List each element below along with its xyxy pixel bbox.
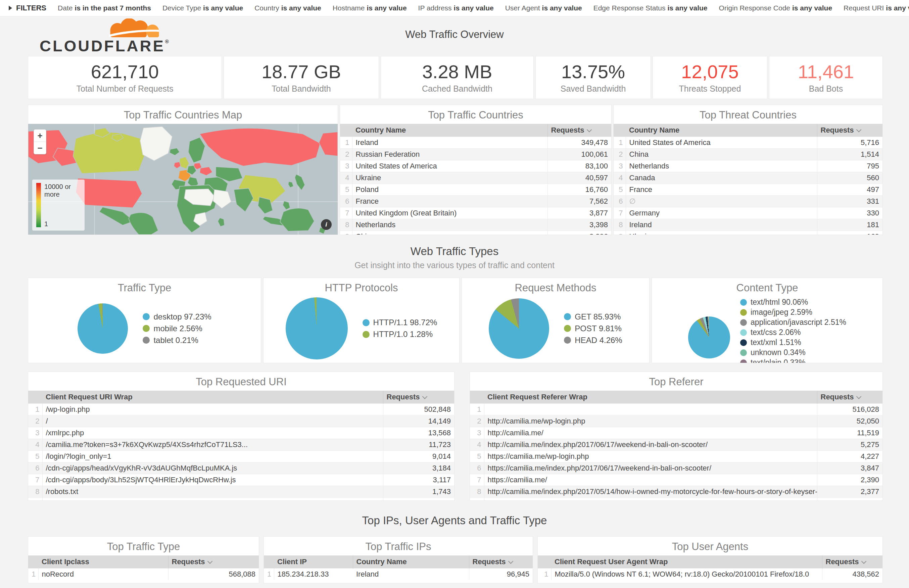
cell-requests: 1,514 xyxy=(817,149,883,160)
legend-item: application/javascript 2.51% xyxy=(740,318,846,327)
filter-item[interactable]: IP addressis any value xyxy=(418,4,494,12)
filter-item[interactable]: Dateis in the past 7 months xyxy=(58,4,151,12)
legend-item: desktop 97.23% xyxy=(143,312,211,321)
cell-referer: http://camilia.me/ xyxy=(484,427,817,439)
cell-requests: 502,848 xyxy=(383,404,454,415)
legend-swatch-icon xyxy=(740,339,747,346)
card-title: Content Type xyxy=(652,278,883,297)
traffic-type-pie-chart xyxy=(77,304,128,354)
legend-label: text/css 2.06% xyxy=(751,328,801,337)
top-traffic-ips-card: Top Traffic IPs Client IPCountry NameReq… xyxy=(263,536,533,583)
legend-swatch-icon xyxy=(564,313,571,320)
table-row: 3Netherlands795 xyxy=(614,160,883,172)
traffic-countries-map-card: Top Traffic Countries Map xyxy=(28,105,338,235)
map-legend-max: 10000 or more xyxy=(44,183,85,198)
filter-item[interactable]: Edge Response Statusis any value xyxy=(594,4,707,12)
row-index: 9 xyxy=(470,498,484,501)
column-header-client-request-uri-wrap[interactable]: Client Request URI Wrap xyxy=(42,391,383,404)
filter-items: Dateis in the past 7 monthsDevice Typeis… xyxy=(58,4,909,12)
column-header-client-request-referer-wrap[interactable]: Client Request Referer Wrap xyxy=(484,391,817,404)
table-row: 7United Kingdom (Great Britain)3,877 xyxy=(340,207,611,219)
column-header-client-request-user-agent-wrap[interactable]: Client Request User Agent Wrap xyxy=(551,556,822,569)
row-index: 4 xyxy=(470,439,484,451)
page-title: Web Traffic Overview xyxy=(0,29,909,40)
cell-requests: 516,028 xyxy=(817,404,883,415)
column-header-country-name[interactable]: Country Name xyxy=(352,124,547,137)
row-index: 8 xyxy=(614,219,626,231)
pie-charts-row: Traffic Type desktop 97.23%mobile 2.56%t… xyxy=(28,278,881,363)
cell-requests: 100,061 xyxy=(547,149,611,160)
map-legend-gradient xyxy=(36,183,41,227)
traffic-type-card: Traffic Type desktop 97.23%mobile 2.56%t… xyxy=(28,278,261,363)
table-header-row: Client IpclassRequests xyxy=(28,556,259,569)
kpi-value: 3.28 MB xyxy=(422,61,492,82)
table-header-row: Client Request URI WrapRequests xyxy=(28,391,454,404)
map-zoom-out-button[interactable]: − xyxy=(34,142,46,154)
cell-requests: 5,716 xyxy=(817,137,883,149)
column-header-country-name[interactable]: Country Name xyxy=(353,556,469,569)
column-header-requests[interactable]: Requests xyxy=(469,556,533,569)
map-zoom-control: + − xyxy=(34,129,46,154)
table-row: 3/xmlrpc.php13,568 xyxy=(28,427,454,439)
cell-requests: 3,398 xyxy=(547,219,611,231)
legend-item: POST 9.81% xyxy=(564,324,622,333)
filter-value: is any value xyxy=(203,4,243,12)
column-header-requests[interactable]: Requests xyxy=(817,124,883,137)
cell-country: Ireland xyxy=(353,569,469,580)
filters-toggle[interactable]: FILTERS xyxy=(9,4,46,13)
cell-requests: 568,088 xyxy=(168,569,259,580)
filter-item[interactable]: Request URIis any value xyxy=(844,4,909,12)
row-index: 6 xyxy=(614,195,626,207)
cell-name: Russian Federation xyxy=(352,149,547,160)
filter-item[interactable]: Origin Response Codeis any value xyxy=(719,4,833,12)
filter-item[interactable]: User Agentis any value xyxy=(505,4,582,12)
sort-chevron-down-icon xyxy=(422,394,427,399)
row-index: 5 xyxy=(470,451,484,462)
filter-value: is any value xyxy=(367,4,407,12)
table-row: 1/wp-login.php502,848 xyxy=(28,404,454,415)
column-header-client-ip[interactable]: Client IP xyxy=(274,556,353,569)
row-index: 2 xyxy=(340,149,352,160)
map-zoom-in-button[interactable]: + xyxy=(34,129,46,142)
card-title: Top Traffic IPs xyxy=(264,537,533,556)
table-row: 5Poland16,760 xyxy=(340,184,611,195)
legend-label: image/jpeg 2.59% xyxy=(751,308,812,317)
map-legend-min: 1 xyxy=(44,220,48,228)
legend-swatch-icon xyxy=(143,337,150,344)
cell-uri: /wp-login.php xyxy=(42,404,383,415)
kpi-value: 11,461 xyxy=(798,61,854,82)
cell-referer: http://camilia.me/index.php/cities/ xyxy=(484,498,817,501)
world-map[interactable]: + − 10000 or more 1 i xyxy=(28,124,338,234)
cell-uri: / xyxy=(42,415,383,427)
table-row: 9China3,306 xyxy=(340,231,611,235)
filter-item[interactable]: Device Typeis any value xyxy=(163,4,243,12)
row-index-header xyxy=(538,556,551,569)
cell-requests: 331 xyxy=(817,195,883,207)
column-header-requests[interactable]: Requests xyxy=(168,556,259,569)
column-header-country-name[interactable]: Country Name xyxy=(626,124,817,137)
filter-item[interactable]: Hostnameis any value xyxy=(333,4,407,12)
cell-name: United States of America xyxy=(352,160,547,172)
row-index-header xyxy=(470,391,484,404)
column-header-requests[interactable]: Requests xyxy=(547,124,611,137)
legend-label: tablet 0.21% xyxy=(153,336,198,345)
legend-swatch-icon xyxy=(740,319,747,326)
table-row: 1Mozilla/5.0 (Windows NT 6.1; WOW64; rv:… xyxy=(538,569,883,580)
column-header-client-ipclass[interactable]: Client Ipclass xyxy=(38,556,168,569)
info-icon[interactable]: i xyxy=(321,219,332,230)
legend-swatch-icon xyxy=(363,331,370,338)
table-row: 1Ireland349,478 xyxy=(340,137,611,149)
card-title: Top User Agents xyxy=(538,537,883,556)
cell-uri: /cdn-cgi/apps/body/3Lh52SjWTQ4HRlErJykHq… xyxy=(42,474,383,486)
row-index: 1 xyxy=(538,569,551,580)
table-row: 7https://camilia.me/2,390 xyxy=(470,474,883,486)
table-row: 8Ireland181 xyxy=(614,219,883,231)
table-row: 8Netherlands3,398 xyxy=(340,219,611,231)
row-index: 6 xyxy=(470,462,484,474)
filter-item[interactable]: Countryis any value xyxy=(254,4,321,12)
row-index: 4 xyxy=(340,172,352,184)
top-traffic-countries-table: Country NameRequests1Ireland349,4782Russ… xyxy=(340,124,611,234)
column-header-requests[interactable]: Requests xyxy=(817,391,883,404)
column-header-requests[interactable]: Requests xyxy=(383,391,454,404)
column-header-requests[interactable]: Requests xyxy=(822,556,883,569)
